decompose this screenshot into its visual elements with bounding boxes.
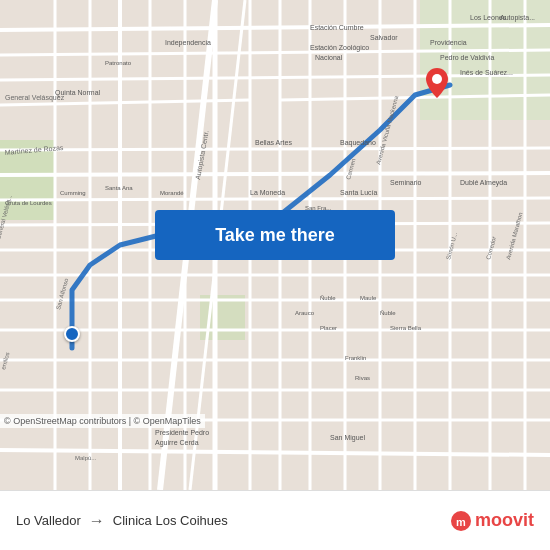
svg-line-10 bbox=[0, 173, 550, 175]
svg-text:Estación Cumbre: Estación Cumbre bbox=[310, 24, 364, 31]
svg-text:Independencia: Independencia bbox=[165, 39, 211, 47]
svg-line-11 bbox=[0, 198, 550, 200]
svg-text:Placer: Placer bbox=[320, 325, 337, 331]
svg-text:Estación Zoológico: Estación Zoológico bbox=[310, 44, 369, 52]
svg-text:Cumming: Cumming bbox=[60, 190, 86, 196]
destination-marker bbox=[426, 68, 448, 102]
svg-text:Dublé Almeyda: Dublé Almeyda bbox=[460, 179, 507, 187]
svg-text:Inés de Suárez...: Inés de Suárez... bbox=[460, 69, 513, 76]
svg-text:Pedro de Valdivia: Pedro de Valdivia bbox=[440, 54, 494, 61]
moovit-logo-icon: m bbox=[451, 511, 471, 531]
svg-line-9 bbox=[0, 148, 550, 150]
svg-text:Quinta Normal: Quinta Normal bbox=[55, 89, 101, 97]
origin-marker bbox=[64, 326, 80, 342]
svg-text:Autopista...: Autopista... bbox=[500, 14, 535, 22]
svg-text:Bellas Artes: Bellas Artes bbox=[255, 139, 292, 146]
svg-text:Providencia: Providencia bbox=[430, 39, 467, 46]
svg-text:Malpú...: Malpú... bbox=[75, 455, 97, 461]
svg-text:Baquedano: Baquedano bbox=[340, 139, 376, 147]
svg-text:Nacional: Nacional bbox=[315, 54, 343, 61]
svg-text:Santa Ana: Santa Ana bbox=[105, 185, 133, 191]
take-me-there-button[interactable]: Take me there bbox=[155, 210, 395, 260]
svg-point-87 bbox=[432, 74, 442, 84]
svg-text:La Moneda: La Moneda bbox=[250, 189, 285, 196]
svg-text:Presidente Pedro: Presidente Pedro bbox=[155, 429, 209, 436]
svg-text:Arauco: Arauco bbox=[295, 310, 315, 316]
map-container: Martínez de Rozas General Velásquez San … bbox=[0, 0, 550, 490]
svg-text:Maule: Maule bbox=[360, 295, 377, 301]
map-attribution: © OpenStreetMap contributors | © OpenMap… bbox=[0, 414, 205, 428]
svg-text:Seminario: Seminario bbox=[390, 179, 422, 186]
svg-text:Morandé: Morandé bbox=[160, 190, 184, 196]
svg-text:Sierra Bella: Sierra Bella bbox=[390, 325, 422, 331]
svg-text:Gruta de Lourdes: Gruta de Lourdes bbox=[5, 200, 52, 206]
svg-text:San Miguel: San Miguel bbox=[330, 434, 365, 442]
svg-text:Rivas: Rivas bbox=[355, 375, 370, 381]
footer: Lo Valledor → Clinica Los Coihues m moov… bbox=[0, 490, 550, 550]
footer-to-label: Clinica Los Coihues bbox=[113, 513, 228, 528]
svg-text:m: m bbox=[456, 516, 466, 528]
svg-text:Santa Lucía: Santa Lucía bbox=[340, 189, 377, 196]
footer-route: Lo Valledor → Clinica Los Coihues bbox=[16, 512, 228, 530]
svg-text:Ñuble: Ñuble bbox=[380, 310, 396, 316]
svg-text:Ñuble: Ñuble bbox=[320, 295, 336, 301]
footer-from-label: Lo Valledor bbox=[16, 513, 81, 528]
svg-text:Franklin: Franklin bbox=[345, 355, 366, 361]
arrow-icon: → bbox=[89, 512, 105, 530]
svg-text:Aguirre Cerda: Aguirre Cerda bbox=[155, 439, 199, 447]
svg-text:Patronato: Patronato bbox=[105, 60, 132, 66]
moovit-logo: m moovit bbox=[451, 510, 534, 531]
moovit-brand-name: moovit bbox=[475, 510, 534, 531]
svg-text:Salvador: Salvador bbox=[370, 34, 398, 41]
